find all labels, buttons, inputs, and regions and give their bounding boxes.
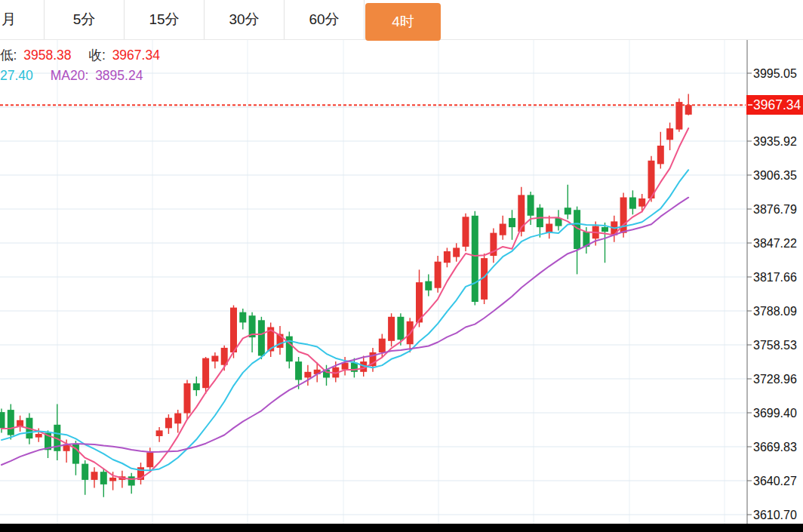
tab-30min[interactable]: 30分 (205, 0, 285, 39)
close-value: 3967.34 (112, 48, 160, 63)
svg-text:3906.35: 3906.35 (753, 169, 797, 182)
svg-text:3610.70: 3610.70 (753, 509, 797, 521)
svg-text:3935.92: 3935.92 (753, 135, 797, 148)
svg-text:3847.22: 3847.22 (753, 237, 797, 250)
svg-text:3817.66: 3817.66 (753, 271, 797, 284)
timeframe-tabbar: 月 5分 15分 30分 60分 4时 (0, 0, 803, 40)
tab-60min[interactable]: 60分 (285, 0, 365, 39)
svg-text:3699.40: 3699.40 (753, 407, 797, 420)
ma20-value: 3895.24 (95, 68, 143, 83)
last-price-badge-text: 3967.34 (753, 97, 801, 112)
ma-line-ma5 (2, 128, 688, 479)
gridlines (0, 39, 747, 524)
legend-row-ohlc: 低: 3958.38 收: 3967.34 (0, 45, 163, 66)
svg-text:3876.79: 3876.79 (753, 203, 797, 216)
svg-text:3788.09: 3788.09 (753, 305, 797, 318)
close-label: 收: (88, 48, 105, 63)
svg-text:3995.05: 3995.05 (753, 67, 797, 80)
y-axis-labels: 3995.053935.923906.353876.793847.223817.… (747, 67, 797, 521)
svg-text:3640.27: 3640.27 (753, 475, 797, 487)
ma10-value-partial: 27.40 (0, 68, 33, 83)
bottom-black-bar (0, 524, 803, 532)
legend-row-ma: 27.40 MA20: 3895.24 (0, 66, 163, 86)
chart-legend: 低: 3958.38 收: 3967.34 27.40 MA20: 3895.2… (0, 45, 163, 86)
svg-text:3669.83: 3669.83 (753, 441, 797, 454)
tab-5min[interactable]: 5分 (45, 0, 125, 39)
svg-text:3758.53: 3758.53 (753, 339, 797, 352)
low-label: 低: (0, 48, 17, 63)
candles (0, 94, 692, 497)
ma20-label: MA20: (51, 68, 89, 83)
low-value: 3958.38 (23, 48, 71, 63)
tab-15min[interactable]: 15分 (125, 0, 205, 39)
svg-text:3728.96: 3728.96 (753, 373, 797, 386)
tab-month[interactable]: 月 (0, 0, 45, 39)
ma-line-ma10 (2, 170, 688, 470)
tab-4hour[interactable]: 4时 (365, 3, 441, 41)
